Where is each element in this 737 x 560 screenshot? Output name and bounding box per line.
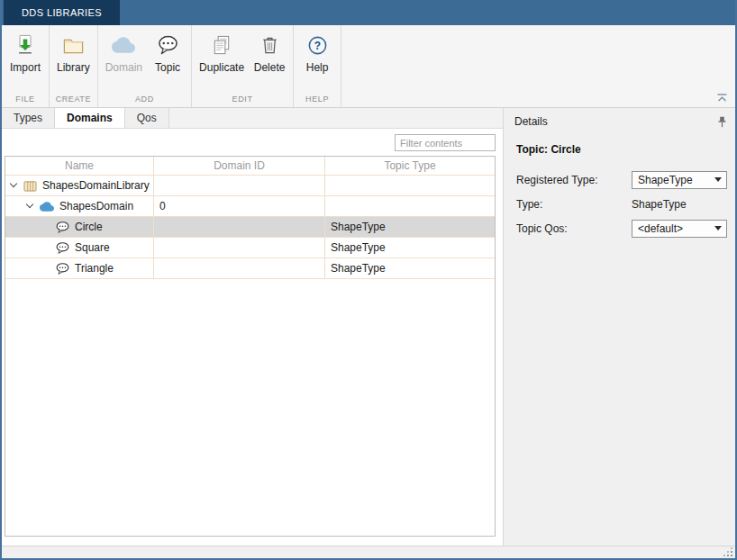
library-button[interactable]: Library bbox=[52, 25, 95, 74]
toolstrip-group-file: Import FILE bbox=[2, 25, 50, 107]
import-button[interactable]: Import bbox=[5, 25, 46, 74]
registered-type-dropdown[interactable]: ShapeType bbox=[632, 171, 727, 189]
registered-type-value: ShapeType bbox=[638, 174, 693, 186]
topic-qos-dropdown[interactable]: <default> bbox=[632, 220, 727, 238]
details-panel: Details Topic: Circle Registered Type: S… bbox=[503, 108, 736, 546]
tab-types[interactable]: Types bbox=[2, 108, 55, 128]
topic-bubble-icon bbox=[56, 221, 69, 233]
row-label: ShapesDomainLibrary bbox=[42, 179, 150, 192]
topic-icon bbox=[157, 32, 179, 59]
import-icon bbox=[14, 32, 36, 59]
column-header-domain-id[interactable]: Domain ID bbox=[154, 157, 325, 176]
toolstrip-group-add: Domain Topic ADD bbox=[98, 25, 192, 107]
domain-button[interactable]: Domain bbox=[101, 25, 147, 74]
topic-type-cell: ShapeType bbox=[325, 258, 495, 279]
delete-button[interactable]: Delete bbox=[249, 25, 290, 74]
tab-qos[interactable]: Qos bbox=[125, 108, 169, 128]
row-label: Triangle bbox=[75, 262, 114, 275]
row-label: Square bbox=[75, 241, 110, 254]
domain-id-cell bbox=[154, 238, 325, 258]
library-button-label: Library bbox=[57, 61, 90, 74]
toolstrip: Import FILE Library CREATE bbox=[2, 25, 735, 108]
filter-input[interactable] bbox=[395, 134, 496, 151]
domain-id-cell bbox=[154, 258, 325, 279]
cloud-icon bbox=[40, 202, 54, 212]
duplicate-button[interactable]: Duplicate bbox=[195, 25, 249, 74]
topic-button[interactable]: Topic bbox=[147, 25, 188, 74]
topic-button-label: Topic bbox=[155, 61, 180, 74]
topic-bubble-icon bbox=[56, 263, 69, 275]
domain-button-label: Domain bbox=[105, 61, 142, 74]
chevron-down-icon bbox=[714, 226, 722, 230]
collapse-chevron-icon[interactable] bbox=[26, 201, 33, 208]
topic-qos-value: <default> bbox=[638, 222, 683, 235]
group-label-create: CREATE bbox=[52, 93, 95, 107]
details-heading: Topic: Circle bbox=[516, 143, 727, 156]
topic-qos-field: Topic Qos: <default> bbox=[516, 218, 727, 239]
toolstrip-group-create: Library CREATE bbox=[50, 25, 98, 107]
app-window: DDS LIBRARIES Import FILE bbox=[0, 0, 737, 560]
type-label: Type: bbox=[516, 198, 632, 211]
row-label: ShapesDomain bbox=[59, 200, 133, 212]
import-button-label: Import bbox=[10, 61, 41, 74]
details-title: Details bbox=[514, 115, 548, 128]
library-folder-icon bbox=[62, 32, 85, 59]
name-cell: ShapesDomain bbox=[5, 196, 154, 217]
column-header-topic-type[interactable]: Topic Type bbox=[325, 157, 495, 176]
duplicate-button-label: Duplicate bbox=[199, 61, 244, 74]
group-label-file: FILE bbox=[5, 93, 46, 107]
topic-type-cell bbox=[325, 176, 495, 196]
tab-dds-libraries[interactable]: DDS LIBRARIES bbox=[4, 0, 120, 25]
resize-grip[interactable] bbox=[723, 546, 732, 556]
domain-cloud-icon bbox=[112, 32, 135, 59]
topic-qos-label: Topic Qos: bbox=[516, 222, 632, 235]
table-row-triangle[interactable]: Triangle ShapeType bbox=[5, 258, 495, 279]
help-button-label: Help bbox=[306, 61, 329, 74]
help-icon: ? bbox=[306, 32, 329, 59]
table-row-shapesdomain[interactable]: ShapesDomain 0 bbox=[5, 196, 495, 217]
domain-id-cell: 0 bbox=[154, 196, 325, 217]
statusbar bbox=[2, 546, 735, 558]
collapse-toolstrip-button[interactable] bbox=[716, 94, 728, 103]
duplicate-icon bbox=[211, 32, 233, 59]
topic-type-cell: ShapeType bbox=[325, 217, 495, 238]
name-cell: Circle bbox=[5, 217, 154, 238]
delete-button-label: Delete bbox=[254, 61, 286, 74]
registered-type-field: Registered Type: ShapeType bbox=[516, 169, 727, 190]
pin-icon[interactable] bbox=[717, 116, 727, 128]
toolstrip-group-edit: Duplicate Delete EDIT bbox=[192, 25, 294, 107]
domains-table: Name Domain ID Topic Type bbox=[5, 156, 496, 537]
topic-bubble-icon bbox=[56, 242, 69, 254]
table-row-square[interactable]: Square ShapeType bbox=[5, 238, 495, 258]
domain-id-cell bbox=[154, 217, 325, 238]
panel-tab-bar: Types Domains Qos bbox=[2, 108, 503, 129]
filter-row bbox=[2, 129, 503, 154]
topic-type-cell: ShapeType bbox=[325, 238, 495, 258]
row-label: Circle bbox=[75, 221, 103, 233]
type-value: ShapeType bbox=[632, 198, 687, 211]
library-icon bbox=[23, 180, 37, 192]
name-cell: ShapesDomainLibrary bbox=[5, 176, 154, 196]
name-cell: Square bbox=[5, 238, 154, 258]
topic-type-cell bbox=[325, 196, 495, 217]
details-header: Details bbox=[514, 115, 727, 128]
svg-text:?: ? bbox=[314, 39, 320, 51]
name-cell: Triangle bbox=[5, 258, 154, 279]
chevron-down-icon bbox=[714, 177, 722, 182]
help-button[interactable]: ? Help bbox=[296, 25, 338, 74]
collapse-chevron-icon[interactable] bbox=[10, 180, 17, 187]
table-empty-area bbox=[5, 279, 495, 536]
table-row-shapesdomainlibrary[interactable]: ShapesDomainLibrary bbox=[5, 176, 495, 196]
type-field: Type: ShapeType bbox=[516, 194, 727, 214]
toolstrip-group-help: ? Help HELP bbox=[294, 25, 341, 107]
registered-type-label: Registered Type: bbox=[516, 174, 632, 186]
group-label-edit: EDIT bbox=[195, 93, 290, 107]
delete-trash-icon bbox=[259, 32, 281, 59]
tab-domains[interactable]: Domains bbox=[55, 108, 125, 128]
group-label-add: ADD bbox=[101, 93, 188, 107]
table-row-circle[interactable]: Circle ShapeType bbox=[5, 217, 495, 238]
group-label-help: HELP bbox=[296, 93, 338, 107]
column-header-name[interactable]: Name bbox=[5, 157, 154, 176]
main-content: Types Domains Qos Name Domain ID Topic T… bbox=[2, 108, 735, 546]
titlebar: DDS LIBRARIES bbox=[2, 0, 735, 25]
